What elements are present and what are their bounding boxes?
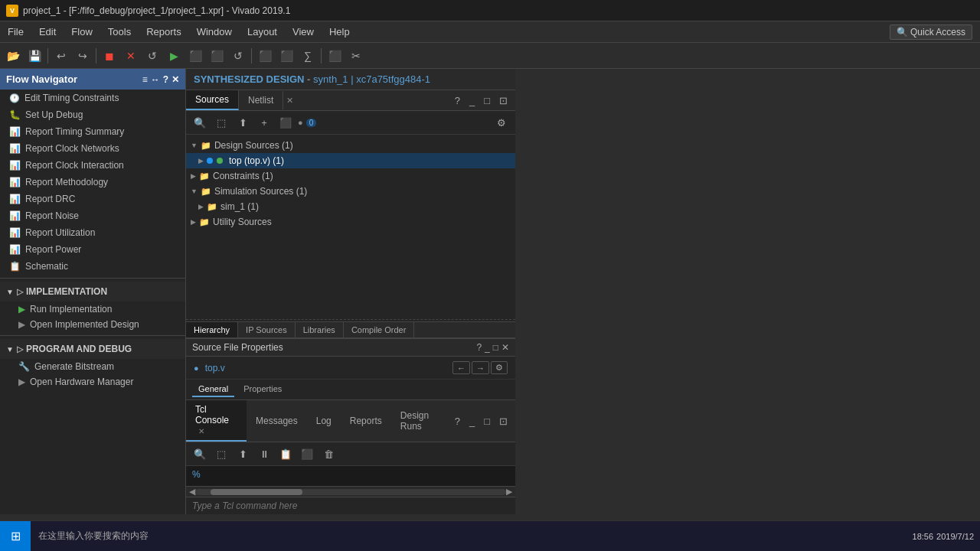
menu-flow[interactable]: Flow <box>64 23 100 41</box>
menu-tools[interactable]: Tools <box>100 23 139 41</box>
sources-collapse-btn[interactable]: ⬆ <box>234 113 252 132</box>
src-tab-hierarchy[interactable]: Hierarchy <box>186 322 238 337</box>
sources-search-btn[interactable]: 🔍 <box>191 113 209 132</box>
src-tab-ip[interactable]: IP Sources <box>238 322 296 337</box>
tb-stop[interactable]: ◼ <box>100 46 119 66</box>
tcl-command-input[interactable] <box>192 500 509 511</box>
sources-add-btn[interactable]: + <box>255 113 273 132</box>
sources-maximize-btn[interactable]: □ <box>481 93 493 108</box>
tree-utility-sources[interactable]: ▶ 📁 Utility Sources <box>186 214 515 230</box>
flow-nav-expand-icon[interactable]: ↔ <box>151 74 160 85</box>
menu-file[interactable]: File <box>0 23 31 41</box>
sources-help-btn[interactable]: ? <box>452 93 463 108</box>
flow-nav-help-icon[interactable]: ? <box>163 74 168 85</box>
nav-setup-debug[interactable]: 🐛 Set Up Debug <box>0 106 185 123</box>
tree-simulation-sources[interactable]: ▼ 📁 Simulation Sources (1) <box>186 184 515 199</box>
nav-report-util[interactable]: 📊 Report Utilization <box>0 224 185 241</box>
tcl-minimize-btn[interactable]: _ <box>466 414 478 429</box>
tree-sim1[interactable]: ▶ 📁 sim_1 (1) <box>186 199 515 214</box>
sources-minimize-btn[interactable]: _ <box>466 93 478 108</box>
tcl-tab-messages[interactable]: Messages <box>247 412 307 430</box>
tcl-scroll-right-icon[interactable]: ▶ <box>506 487 512 497</box>
tb-redo[interactable]: ↪ <box>73 46 93 66</box>
tab-sources[interactable]: Sources <box>186 90 239 110</box>
tcl-maximize-btn[interactable]: □ <box>481 414 493 429</box>
tcl-help-btn[interactable]: ? <box>452 414 463 429</box>
tb-synth[interactable]: ⬛ <box>255 46 275 66</box>
program-debug-section[interactable]: ▼ ▷ PROGRAM AND DEBUG <box>0 339 185 359</box>
tb-undo[interactable]: ↩ <box>51 46 71 66</box>
tcl-tab-design-runs[interactable]: Design Runs <box>391 406 447 435</box>
tb-step3[interactable]: ↺ <box>228 46 248 66</box>
fp-prev-btn[interactable]: ← <box>452 361 470 374</box>
tb-save[interactable]: 💾 <box>24 46 44 66</box>
tcl-tab-reports[interactable]: Reports <box>341 412 391 430</box>
tcl-tab-console[interactable]: Tcl Console ✕ <box>186 400 247 442</box>
menu-reports[interactable]: Reports <box>139 23 189 41</box>
tree-design-sources[interactable]: ▼ 📁 Design Sources (1) <box>186 138 515 153</box>
src-tab-libraries[interactable]: Libraries <box>296 322 344 337</box>
fp-maximize-btn[interactable]: □ <box>493 342 498 353</box>
nav-generate-bitstream[interactable]: 🔧 Generate Bitstream <box>0 359 185 374</box>
implementation-section[interactable]: ▼ ▷ IMPLEMENTATION <box>0 282 185 302</box>
tcl-tab-log[interactable]: Log <box>307 412 341 430</box>
fp-next-btn[interactable]: → <box>472 361 489 374</box>
flow-nav-menu-icon[interactable]: ≡ <box>142 74 148 85</box>
menu-layout[interactable]: Layout <box>240 23 285 41</box>
fp-help-btn[interactable]: ? <box>476 342 482 353</box>
nav-open-implemented[interactable]: ▶ Open Implemented Design <box>0 317 185 332</box>
nav-open-hardware[interactable]: ▶ Open Hardware Manager <box>0 374 185 390</box>
tcl-delete-btn[interactable]: 🗑 <box>319 445 338 463</box>
tab-netlist[interactable]: Netlist <box>239 91 283 109</box>
sources-float-btn[interactable]: ⊡ <box>496 93 511 108</box>
menu-window[interactable]: Window <box>189 23 240 41</box>
nav-edit-timing[interactable]: 🕐 Edit Timing Constraints <box>0 90 185 106</box>
tb-step2[interactable]: ⬛ <box>207 46 227 66</box>
tree-top-file[interactable]: ▶ top (top.v) (1) <box>186 153 515 168</box>
fp-settings-btn2[interactable]: ⚙ <box>491 361 508 374</box>
tb-open[interactable]: 📂 <box>3 46 23 66</box>
tcl-scroll-thumb[interactable] <box>211 489 302 495</box>
fp-minimize-btn[interactable]: _ <box>485 342 490 353</box>
tree-constraints[interactable]: ▶ 📁 Constraints (1) <box>186 168 515 184</box>
tcl-float-btn[interactable]: ⊡ <box>496 414 511 429</box>
fp-close-btn[interactable]: ✕ <box>501 342 509 353</box>
tb-close[interactable]: ✕ <box>121 46 141 66</box>
tb-refresh[interactable]: ↺ <box>142 46 162 66</box>
nav-report-drc[interactable]: 📊 Report DRC <box>0 191 185 207</box>
tcl-pause-btn[interactable]: ⏸ <box>255 445 273 463</box>
fp-tab-properties[interactable]: Properties <box>237 382 288 397</box>
fp-tab-general[interactable]: General <box>192 382 234 397</box>
menu-help[interactable]: Help <box>322 23 358 41</box>
nav-report-noise[interactable]: 📊 Report Noise <box>0 207 185 224</box>
tcl-input[interactable] <box>186 497 515 514</box>
tb-misc1[interactable]: ⬛ <box>325 46 345 66</box>
tb-prog[interactable]: ∑ <box>298 46 318 66</box>
nav-report-power[interactable]: 📊 Report Power <box>0 241 185 258</box>
tcl-search-btn[interactable]: 🔍 <box>191 445 209 463</box>
start-button[interactable]: ⊞ <box>0 521 31 552</box>
tcl-tab-close[interactable]: ✕ <box>198 427 204 435</box>
nav-schematic[interactable]: 📋 Schematic <box>0 258 185 275</box>
tb-step[interactable]: ⬛ <box>185 46 205 66</box>
nav-report-clock-int[interactable]: 📊 Report Clock Interaction <box>0 157 185 174</box>
flow-nav-close-icon[interactable]: ✕ <box>172 74 179 85</box>
tb-run[interactable]: ▶ <box>164 46 184 66</box>
tb-impl[interactable]: ⬛ <box>276 46 296 66</box>
tcl-layout-btn[interactable]: ⬛ <box>298 445 316 463</box>
sources-filter-btn[interactable]: ⬚ <box>212 113 230 132</box>
nav-report-clock-net[interactable]: 📊 Report Clock Networks <box>0 140 185 157</box>
tcl-filter2-btn[interactable]: ⬆ <box>234 445 252 463</box>
menu-edit[interactable]: Edit <box>31 23 64 41</box>
nav-run-implementation[interactable]: ▶ Run Implementation <box>0 302 185 317</box>
src-tab-compile[interactable]: Compile Order <box>344 322 415 337</box>
tcl-scrollbar-h[interactable]: ◀ ▶ <box>186 486 515 497</box>
search-bar[interactable]: 在这里输入你要搜索的内容 <box>31 530 156 543</box>
nav-report-timing[interactable]: 📊 Report Timing Summary <box>0 123 185 140</box>
sources-close-btn[interactable]: ✕ <box>286 95 293 106</box>
tcl-scroll-left-icon[interactable]: ◀ <box>189 487 195 497</box>
sources-settings-btn[interactable]: ⚙ <box>492 113 511 132</box>
menu-view[interactable]: View <box>285 23 322 41</box>
quick-access[interactable]: 🔍 Quick Access <box>890 24 972 40</box>
sources-refresh-btn[interactable]: ⬛ <box>276 113 295 132</box>
